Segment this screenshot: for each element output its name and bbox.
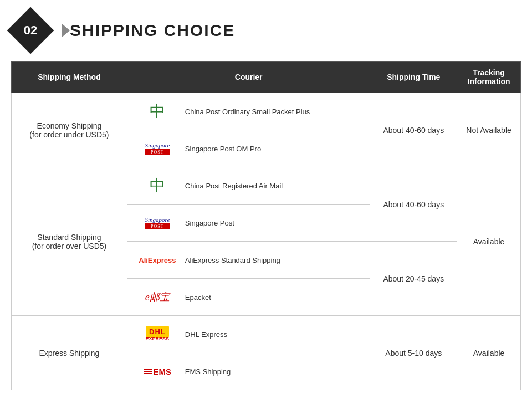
- chinapost-logo: 中: [135, 176, 180, 196]
- epacket-icon: e邮宝: [145, 290, 170, 304]
- col-header-tracking: Tracking Information: [457, 62, 521, 93]
- ems-lines: [144, 369, 152, 374]
- tracking-express: Available: [457, 316, 521, 390]
- courier-name: China Post Ordinary Small Packet Plus: [185, 108, 310, 116]
- chinapost-icon: 中: [150, 101, 165, 122]
- ems-line: [144, 369, 152, 370]
- courier-dhl: DHL EXPRESS DHL Express: [127, 316, 370, 353]
- shipping-table: Shipping Method Courier Shipping Time Tr…: [11, 61, 521, 390]
- courier-row: DHL EXPRESS DHL Express: [135, 324, 362, 344]
- time-standard-1: About 40-60 days: [370, 167, 457, 242]
- tracking-standard: Available: [457, 167, 521, 316]
- chinapost-icon: 中: [150, 175, 165, 196]
- ems-line: [144, 373, 152, 374]
- courier-name: DHL Express: [185, 330, 227, 339]
- courier-row: Singapore POST Singapore Post: [135, 213, 362, 233]
- singapore-post-icon: Singapore POST: [145, 142, 170, 156]
- col-header-method: Shipping Method: [12, 62, 127, 93]
- time-express: About 5-10 days: [370, 316, 457, 390]
- courier-row: 中 China Post Ordinary Small Packet Plus: [135, 101, 362, 121]
- method-express: Express Shipping: [12, 316, 127, 390]
- courier-chinapost-small: 中 China Post Ordinary Small Packet Plus: [127, 93, 370, 130]
- courier-row: 中 China Post Registered Air Mail: [135, 176, 362, 196]
- courier-ems: EMS EMS Shipping: [127, 353, 370, 390]
- courier-name: AliExpress Standard Shipping: [185, 256, 280, 264]
- courier-epacket: e邮宝 Epacket: [127, 279, 370, 316]
- table-row: Economy Shipping(for order under USD5) 中…: [12, 93, 521, 130]
- ems-logo: EMS: [135, 361, 180, 381]
- table-row: Express Shipping DHL EXPRESS DHL Express…: [12, 316, 521, 353]
- courier-singapore: Singapore POST Singapore Post: [127, 205, 370, 242]
- courier-singapore-om: Singapore POST Singapore Post OM Pro: [127, 130, 370, 167]
- singapore-post-icon: Singapore POST: [145, 216, 170, 230]
- tracking-economy: Not Available: [457, 93, 521, 167]
- courier-row: AliExpress AliExpress Standard Shipping: [135, 250, 362, 270]
- courier-name: China Post Registered Air Mail: [185, 182, 283, 190]
- ems-icon: EMS: [144, 367, 172, 376]
- courier-row: EMS EMS Shipping: [135, 361, 362, 381]
- step-number: 02: [24, 23, 37, 38]
- chevron-icon: [62, 24, 70, 37]
- page-header: 02 SHIPPING CHOICE: [11, 11, 521, 50]
- method-economy: Economy Shipping(for order under USD5): [12, 93, 127, 167]
- courier-name: Epacket: [185, 293, 211, 302]
- table-header-row: Shipping Method Courier Shipping Time Tr…: [12, 62, 521, 93]
- dhl-logo: DHL EXPRESS: [135, 324, 180, 344]
- step-badge: 02: [11, 11, 50, 50]
- singapore-logo: Singapore POST: [135, 213, 180, 233]
- col-header-time: Shipping Time: [370, 62, 457, 93]
- table-row: Standard Shipping(for order over USD5) 中…: [12, 167, 521, 205]
- ems-line: [144, 371, 152, 372]
- courier-chinapost-air: 中 China Post Registered Air Mail: [127, 167, 370, 205]
- courier-row: e邮宝 Epacket: [135, 287, 362, 307]
- courier-aliexpress: AliExpress AliExpress Standard Shipping: [127, 242, 370, 279]
- dhl-sub: EXPRESS: [146, 336, 170, 341]
- method-standard: Standard Shipping(for order over USD5): [12, 167, 127, 316]
- courier-name: EMS Shipping: [185, 368, 231, 376]
- courier-row: Singapore POST Singapore Post OM Pro: [135, 139, 362, 159]
- page-title: SHIPPING CHOICE: [70, 21, 235, 40]
- aliexpress-logo: AliExpress: [135, 250, 180, 270]
- time-standard-2: About 20-45 days: [370, 242, 457, 316]
- col-header-courier: Courier: [127, 62, 370, 93]
- singapore-logo: Singapore POST: [135, 139, 180, 159]
- aliexpress-icon: AliExpress: [139, 256, 176, 264]
- chinapost-logo: 中: [135, 101, 180, 121]
- courier-name: Singapore Post: [185, 219, 234, 227]
- time-economy: About 40-60 days: [370, 93, 457, 167]
- epacket-logo: e邮宝: [135, 287, 180, 307]
- courier-name: Singapore Post OM Pro: [185, 145, 261, 153]
